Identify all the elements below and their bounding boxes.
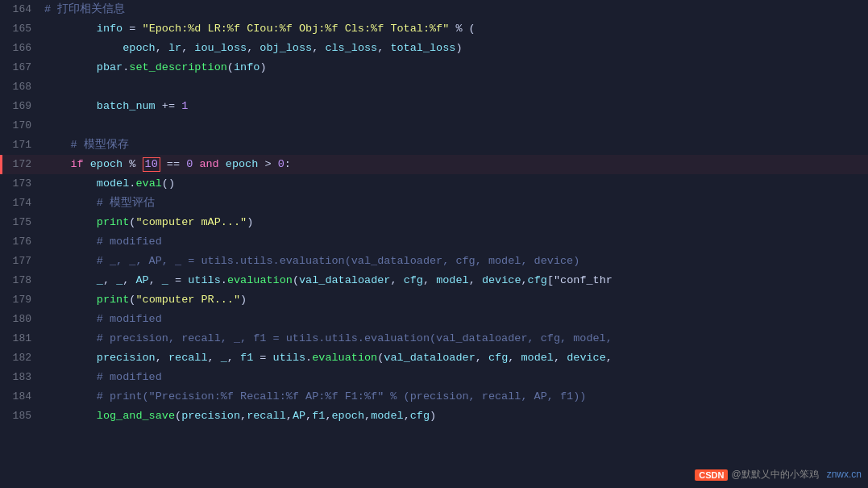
code-line: 179 print("computer PR...") [0, 290, 868, 310]
line-number: 185 [0, 407, 44, 426]
line-number: 174 [0, 194, 44, 213]
line-number: 165 [0, 19, 44, 39]
line-number: 167 [0, 58, 44, 77]
code-line: 175 print("computer mAP...") [0, 213, 868, 232]
line-number: 182 [0, 348, 44, 368]
code-line: 183 # modified [0, 368, 868, 387]
line-content: # modified [44, 232, 162, 252]
code-line: 176 # modified [0, 232, 868, 252]
line-number: 184 [0, 387, 44, 407]
line-number: 170 [0, 116, 44, 136]
line-number: 173 [0, 174, 44, 194]
line-number: 166 [0, 39, 44, 58]
code-line: 178 _, _, AP, _ = utils.evaluation(val_d… [0, 271, 868, 290]
code-line: 164# 打印相关信息 [0, 0, 868, 19]
line-content: # _, _, AP, _ = utils.utils.evaluation(v… [44, 252, 579, 271]
code-line: 166 epoch, lr, iou_loss, obj_loss, cls_l… [0, 39, 868, 58]
code-line: 168 [0, 77, 868, 97]
code-line: 181 # precision, recall, _, f1 = utils.u… [0, 329, 868, 348]
line-content: # precision, recall, _, f1 = utils.utils… [44, 329, 613, 348]
line-number: 171 [0, 136, 44, 155]
code-line: 185 log_and_save(precision,recall,AP,f1,… [0, 407, 868, 426]
line-number: 178 [0, 271, 44, 290]
line-number: 175 [0, 213, 44, 232]
code-line: 169 batch_num += 1 [0, 97, 868, 116]
code-line: 182 precision, recall, _, f1 = utils.eva… [0, 348, 868, 368]
code-line: 172 if epoch % 10 == 0 and epoch > 0: [0, 155, 868, 174]
line-number: 180 [0, 310, 44, 329]
line-content: _, _, AP, _ = utils.evaluation(val_datal… [44, 271, 613, 290]
line-content: precision, recall, _, f1 = utils.evaluat… [44, 348, 613, 368]
line-number: 164 [0, 0, 44, 19]
line-number: 168 [0, 77, 44, 97]
code-line: 174 # 模型评估 [0, 194, 868, 213]
code-line: 170 [0, 116, 868, 136]
line-content: # 模型评估 [44, 194, 155, 213]
line-content: log_and_save(precision,recall,AP,f1,epoc… [44, 407, 436, 426]
line-content: pbar.set_description(info) [44, 58, 266, 77]
line-content: # 模型保存 [44, 136, 129, 155]
line-content: epoch, lr, iou_loss, obj_loss, cls_loss,… [44, 39, 463, 58]
line-number: 181 [0, 329, 44, 348]
line-content: # modified [44, 310, 162, 329]
code-line: 177 # _, _, AP, _ = utils.utils.evaluati… [0, 252, 868, 271]
line-content: # 打印相关信息 [44, 0, 125, 19]
code-editor: 164# 打印相关信息165 info = "Epoch:%d LR:%f CI… [0, 0, 868, 488]
csdn-logo: CSDN [695, 469, 728, 481]
code-line: 184 # print("Precision:%f Recall:%f AP:%… [0, 387, 868, 407]
line-content: # modified [44, 368, 162, 387]
line-content: print("computer PR...") [44, 290, 247, 310]
line-number: 179 [0, 290, 44, 310]
line-number: 177 [0, 252, 44, 271]
watermark: CSDN @默默乂中的小笨鸡 znwx.cn [695, 468, 862, 482]
line-content: # print("Precision:%f Recall:%f AP:%f F1… [44, 387, 586, 407]
watermark-text: @默默乂中的小笨鸡 znwx.cn [731, 468, 862, 482]
line-number: 172 [0, 155, 44, 174]
line-content: model.eval() [44, 174, 175, 194]
line-number: 183 [0, 368, 44, 387]
line-content: info = "Epoch:%d LR:%f CIou:%f Obj:%f Cl… [44, 19, 476, 39]
code-line: 165 info = "Epoch:%d LR:%f CIou:%f Obj:%… [0, 19, 868, 39]
line-content: batch_num += 1 [44, 97, 188, 116]
code-line: 167 pbar.set_description(info) [0, 58, 868, 77]
code-line: 180 # modified [0, 310, 868, 329]
line-content: print("computer mAP...") [44, 213, 253, 232]
code-line: 173 model.eval() [0, 174, 868, 194]
highlighted-value: 10 [143, 157, 160, 172]
line-number: 176 [0, 232, 44, 252]
code-line: 171 # 模型保存 [0, 136, 868, 155]
line-number: 169 [0, 97, 44, 116]
line-content: if epoch % 10 == 0 and epoch > 0: [44, 155, 291, 174]
